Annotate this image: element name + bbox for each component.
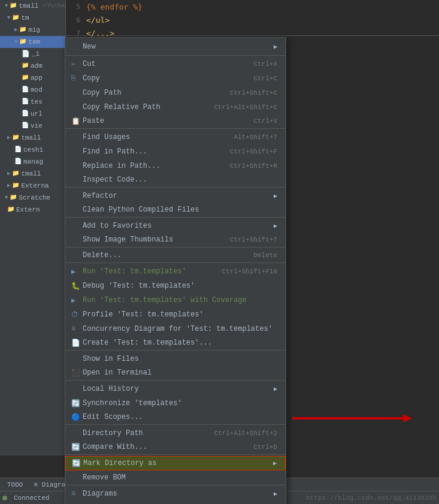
code-line-5: 5 {% endfor %} — [66, 0, 439, 13]
shortcut-label: Delete — [253, 252, 277, 259]
scopes-icon: 🔵 — [71, 413, 80, 422]
menu-item-run-test[interactable]: ▶Run 'Test: tm.templates' Ctrl+Shift+F10 — [65, 264, 286, 279]
paste-icon: 📋 — [71, 117, 80, 126]
menu-item-inspect[interactable]: Inspect Code... — [65, 173, 286, 188]
submenu-arrow-icon: ▶ — [274, 385, 277, 393]
tree-label: mod — [31, 84, 43, 95]
menu-item-fix-jscs[interactable]: Fix JSCS Problems — [65, 501, 286, 504]
tree-item-manag[interactable]: 📄 manag — [0, 156, 65, 168]
menu-item-clean[interactable]: Clean Python Compiled Files — [65, 203, 286, 218]
menu-label: Show Image Thumbnails — [71, 236, 173, 244]
expand-arrow: ▶ — [14, 25, 17, 35]
shortcut-label: Ctrl+Alt+Shift+C — [214, 104, 277, 111]
tree-item-tmall3[interactable]: ▶ 📁 tmall — [0, 168, 65, 180]
menu-label: Replace in Path... — [71, 162, 161, 170]
folder-icon: 📁 — [19, 25, 26, 35]
tree-item-url[interactable]: 📄 url — [0, 108, 65, 120]
menu-label: 🔵Edit Scopes... — [71, 413, 143, 422]
menu-item-copy-path[interactable]: Copy Path Ctrl+Shift+C — [65, 86, 286, 100]
mark-dir-icon: 🔄 — [72, 459, 80, 468]
menu-item-copy[interactable]: ⎘Copy Ctrl+C — [65, 71, 286, 86]
menu-item-create-test[interactable]: 📄Create 'Test: tm.templates'... — [65, 336, 286, 351]
menu-item-diagrams[interactable]: ≡Diagrams ▶ — [65, 487, 286, 501]
submenu-arrow-icon: ▶ — [274, 43, 277, 50]
menu-item-new[interactable]: New ▶ — [65, 40, 286, 54]
menu-item-refactor[interactable]: Refactor ▶ — [65, 189, 286, 203]
tree-item-i[interactable]: 📄 _i — [0, 48, 65, 60]
menu-label: Remove BOM — [71, 473, 126, 482]
tree-label: tmall — [19, 1, 38, 11]
tree-item-ceshi[interactable]: 📄 ceshi — [0, 144, 65, 156]
tree-item-external[interactable]: ▶ 📁 Externa — [0, 180, 65, 192]
menu-item-scopes[interactable]: 🔵Edit Scopes... — [65, 411, 286, 425]
context-menu: New ▶ ✂Cut Ctrl+X ⎘Copy Ctrl+C Copy Path… — [65, 37, 286, 504]
folder-icon: 📁 — [12, 168, 19, 179]
shortcut-label: Ctrl+Shift+T — [230, 236, 277, 243]
tree-item-tem[interactable]: ▼ 📁 tem — [0, 36, 65, 48]
tab-diagrams-icon: ≡ — [34, 481, 38, 488]
file-icon: 📄 — [22, 84, 29, 95]
menu-label: Show in Files — [71, 355, 139, 363]
shortcut-label: Ctrl+Alt+Shift+2 — [214, 430, 277, 437]
menu-item-delete[interactable]: Delete... Delete — [65, 249, 286, 263]
menu-item-sync[interactable]: 🔄Synchronize 'templates' — [65, 396, 286, 411]
menu-item-find-usages[interactable]: Find Usages Alt+Shift+7 — [65, 130, 286, 144]
tree-label: tes — [31, 96, 43, 107]
menu-item-history[interactable]: Local History ▶ — [65, 382, 286, 396]
menu-item-debug-test[interactable]: 🐛Debug 'Test: tm.templates' — [65, 279, 286, 293]
expand-arrow: ▼ — [7, 13, 10, 23]
menu-item-profile[interactable]: ⏱Profile 'Test: tm.templates' — [65, 307, 286, 322]
code-line-6: 6 </ul> — [66, 13, 439, 26]
menu-item-remove-bom[interactable]: Remove BOM — [65, 471, 286, 485]
menu-label: 🔄Compare With... — [71, 443, 147, 452]
menu-label: ⎘Copy — [71, 74, 100, 83]
create-test-icon: 📄 — [71, 339, 80, 348]
tree-label: ceshi — [23, 144, 43, 155]
folder-icon: 📁 — [22, 61, 29, 71]
expand-arrow: ▶ — [7, 168, 10, 179]
submenu-arrow-icon: ▶ — [274, 490, 277, 497]
shortcut-label: Ctrl+Shift+F — [230, 148, 277, 155]
menu-item-favorites[interactable]: Add to Favorites ▶ — [65, 219, 286, 233]
tree-item-tes[interactable]: 📄 tes — [0, 96, 65, 108]
menu-item-find-path[interactable]: Find in Path... Ctrl+Shift+F — [65, 144, 286, 159]
concurrency-icon: ≡ — [71, 325, 80, 333]
tree-item-tmall2[interactable]: ▶ 📁 tmall — [0, 132, 65, 144]
submenu-arrow-icon: ▶ — [274, 222, 277, 230]
tree-item-mig[interactable]: ▶ 📁 mig — [0, 24, 65, 36]
tab-todo[interactable]: TODO — [2, 480, 28, 490]
menu-label: Inspect Code... — [71, 176, 147, 184]
tree-item-mod[interactable]: 📄 mod — [0, 84, 65, 96]
tree-label: vie — [31, 120, 43, 131]
menu-item-concurrency[interactable]: ≡Concurrency Diagram for 'Test: tm.templ… — [65, 322, 286, 336]
tree-item-adm[interactable]: 📁 adm — [0, 60, 65, 72]
menu-separator — [65, 55, 286, 56]
menu-item-show-files[interactable]: Show in Files — [65, 352, 286, 366]
menu-label: 🔄Synchronize 'templates' — [71, 399, 182, 408]
shortcut-label: Ctrl+Shift+C — [230, 89, 277, 96]
menu-item-replace-path[interactable]: Replace in Path... Ctrl+Shift+R — [65, 159, 286, 173]
folder-icon: 📁 — [19, 37, 26, 47]
menu-label: 📋Paste — [71, 117, 104, 126]
tree-item-extern2[interactable]: 📁 Extern — [0, 204, 65, 216]
menu-item-run-coverage[interactable]: ▶Run 'Test: tm.templates' with Coverage — [65, 293, 286, 307]
tree-item-tmall-root[interactable]: ▼ 📁 tmall ~/PycharmProje — [0, 0, 65, 12]
menu-item-mark-directory[interactable]: 🔄Mark Directory as ▶ — [65, 456, 286, 470]
menu-item-paste[interactable]: 📋Paste Ctrl+V — [65, 114, 286, 129]
tree-item-app[interactable]: 📁 app — [0, 72, 65, 84]
menu-item-cut[interactable]: ✂Cut Ctrl+X — [65, 57, 286, 71]
menu-item-terminal[interactable]: ⬛Open in Terminal — [65, 366, 286, 381]
tree-item-tm[interactable]: ▼ 📁 tm — [0, 12, 65, 24]
menu-item-copy-rel[interactable]: Copy Relative Path Ctrl+Alt+Shift+C — [65, 100, 286, 114]
tree-item-vie[interactable]: 📄 vie — [0, 120, 65, 132]
tree-item-scratch[interactable]: ▼ 📁 Scratche — [0, 192, 65, 204]
menu-item-dir-path[interactable]: Directory Path Ctrl+Alt+Shift+2 — [65, 426, 286, 440]
folder-icon: 📁 — [12, 132, 19, 143]
menu-item-compare[interactable]: 🔄Compare With... Ctrl+D — [65, 440, 286, 455]
menu-label: Local History — [71, 385, 139, 393]
tree-label: adm — [31, 61, 43, 71]
menu-item-thumbnails[interactable]: Show Image Thumbnails Ctrl+Shift+T — [65, 233, 286, 248]
tree-label: tem — [28, 37, 40, 47]
tree-label: manag — [23, 156, 43, 167]
menu-label: ≡Concurrency Diagram for 'Test: tm.templ… — [71, 325, 273, 333]
